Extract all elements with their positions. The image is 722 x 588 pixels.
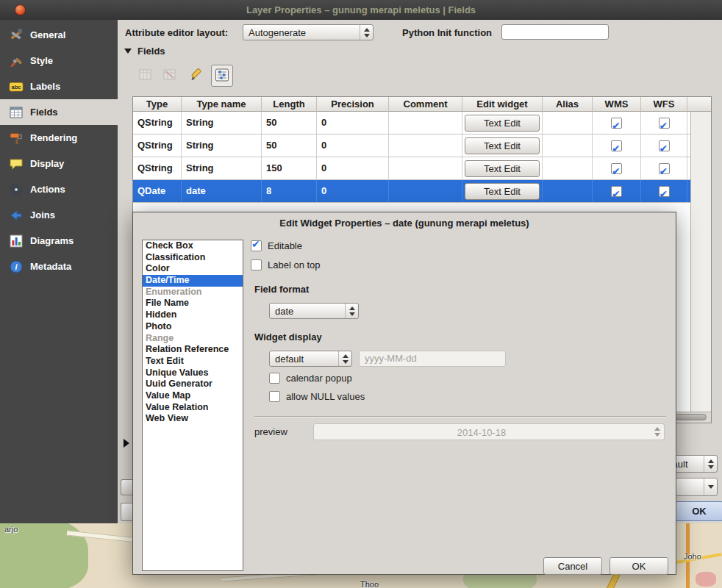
spinner-arrows-icon[interactable]: [704, 456, 717, 472]
editable-checkbox[interactable]: [251, 240, 262, 251]
list-item[interactable]: Hidden: [143, 309, 243, 321]
field-format-combobox[interactable]: date: [269, 303, 359, 319]
sidebar-item-general[interactable]: General: [0, 22, 118, 48]
spinner-arrows-icon[interactable]: [338, 351, 351, 366]
list-item[interactable]: Color: [143, 263, 243, 275]
sidebar-item-label: Actions: [30, 184, 65, 195]
vertical-scrollbar[interactable]: [690, 112, 711, 412]
widget-display-combobox[interactable]: default: [269, 351, 352, 367]
obscured-ok-button[interactable]: OK: [675, 501, 722, 521]
info-icon: i: [9, 259, 24, 274]
table-row[interactable]: QString String 50 0 Text Edit: [133, 112, 711, 135]
python-init-function-label: Python Init function: [402, 27, 492, 38]
wms-checkbox[interactable]: [611, 163, 622, 174]
list-item[interactable]: Value Map: [143, 390, 243, 402]
list-item[interactable]: Photo: [143, 321, 243, 333]
window-titlebar[interactable]: Layer Properties – gunung merapi meletus…: [0, 0, 722, 20]
wms-checkbox[interactable]: [611, 118, 622, 129]
cancel-button[interactable]: Cancel: [543, 557, 602, 575]
column-header[interactable]: Alias: [543, 97, 593, 112]
sidebar-item-label: Rendering: [30, 132, 77, 143]
fields-expander-icon[interactable]: [124, 49, 132, 54]
allow-null-checkbox[interactable]: [269, 391, 280, 402]
column-header[interactable]: Length: [262, 97, 317, 112]
wfs-checkbox[interactable]: [659, 186, 670, 197]
sidebar-item-style[interactable]: Style: [0, 48, 118, 74]
label-on-top-checkbox[interactable]: [251, 259, 262, 270]
column-header[interactable]: Precision: [317, 97, 389, 112]
column-header[interactable]: Edit widget: [462, 97, 543, 112]
list-item[interactable]: Text Edit: [143, 356, 243, 368]
sidebar-item-display[interactable]: Display: [0, 151, 118, 176]
preview-field[interactable]: 2014-10-18: [313, 423, 665, 440]
edit-widget-button[interactable]: Text Edit: [465, 183, 540, 200]
sidebar-item-label: Style: [30, 55, 53, 66]
list-item[interactable]: Value Relation: [143, 402, 243, 414]
wfs-checkbox[interactable]: [659, 163, 670, 174]
python-init-function-input[interactable]: [501, 24, 609, 40]
wfs-checkbox[interactable]: [659, 140, 670, 151]
sidebar-item-joins[interactable]: Joins: [0, 202, 118, 228]
cell-comment: [389, 112, 462, 134]
cell-type: QString: [133, 157, 182, 179]
sidebar-item-diagrams[interactable]: Diagrams: [0, 228, 118, 254]
chevron-down-icon[interactable]: [704, 478, 717, 495]
cell-comment: [389, 135, 462, 157]
display-format-field[interactable]: yyyy-MM-dd: [359, 351, 506, 367]
spinner-arrows-icon[interactable]: [360, 25, 373, 40]
brush-icon: [9, 54, 24, 68]
sidebar-item-labels[interactable]: abc Labels: [0, 74, 118, 99]
list-item[interactable]: Check Box: [143, 240, 243, 252]
wms-checkbox[interactable]: [611, 186, 622, 197]
abc-label-icon: abc: [9, 79, 24, 94]
list-item[interactable]: Classification: [143, 252, 243, 264]
cell-type-name: String: [182, 157, 262, 179]
spinner-arrows-icon[interactable]: [345, 304, 358, 318]
editable-label: Editable: [268, 240, 302, 251]
widget-display-label: Widget display: [254, 331, 322, 343]
obscured-button-fragment[interactable]: [121, 479, 132, 495]
column-header[interactable]: Type: [133, 97, 182, 112]
scrollbar-thumb[interactable]: [674, 414, 707, 420]
sidebar-item-rendering[interactable]: Rendering: [0, 125, 118, 151]
delete-column-button[interactable]: [159, 65, 181, 87]
edit-widget-properties-dialog: Edit Widget Properties – date (gunung me…: [132, 212, 676, 575]
preview-value: 2014-10-18: [314, 426, 649, 437]
list-item[interactable]: Web View: [143, 413, 243, 425]
toggle-editing-button[interactable]: [185, 65, 207, 87]
calendar-popup-checkbox[interactable]: [269, 373, 280, 384]
table-row[interactable]: QString String 50 0 Text Edit: [133, 135, 711, 157]
column-header[interactable]: WFS: [641, 97, 687, 112]
column-header[interactable]: Comment: [389, 97, 462, 112]
new-column-button[interactable]: [135, 65, 157, 87]
paint-roller-icon: [9, 131, 24, 146]
obscured-button-fragment[interactable]: [121, 503, 132, 521]
wms-checkbox[interactable]: [611, 140, 622, 151]
combobox-value: date: [275, 306, 293, 317]
column-header[interactable]: Type name: [182, 97, 262, 112]
list-item[interactable]: File Name: [143, 298, 243, 309]
field-widget-button[interactable]: [211, 65, 233, 87]
table-row[interactable]: QString String 150 0 Text Edit: [133, 157, 711, 180]
wfs-checkbox[interactable]: [659, 118, 670, 129]
sidebar-item-metadata[interactable]: i Metadata: [0, 254, 118, 279]
list-item[interactable]: Uuid Generator: [143, 379, 243, 390]
cell-length: 8: [262, 180, 317, 202]
preview-label: preview: [254, 426, 287, 437]
list-item[interactable]: Relation Reference: [143, 344, 243, 356]
cell-alias: [543, 180, 593, 202]
table-row-selected[interactable]: QDate date 8 0 Text Edit: [133, 180, 711, 203]
fields-table-header: Type Type name Length Precision Comment …: [133, 97, 711, 112]
list-item[interactable]: Unique Values: [143, 368, 243, 379]
map-pink-area: [696, 572, 716, 587]
edit-widget-button[interactable]: Text Edit: [465, 115, 540, 132]
column-header[interactable]: WMS: [593, 97, 641, 112]
ok-button[interactable]: OK: [610, 557, 668, 575]
panel-collapse-arrow[interactable]: [124, 439, 129, 448]
attribute-editor-layout-combobox[interactable]: Autogenerate: [243, 24, 373, 40]
sidebar-item-actions[interactable]: Actions: [0, 176, 118, 202]
list-item-selected[interactable]: Date/Time: [143, 275, 243, 287]
sidebar-item-fields[interactable]: Fields: [0, 99, 118, 125]
edit-widget-button[interactable]: Text Edit: [465, 137, 540, 154]
edit-widget-button[interactable]: Text Edit: [465, 160, 540, 177]
